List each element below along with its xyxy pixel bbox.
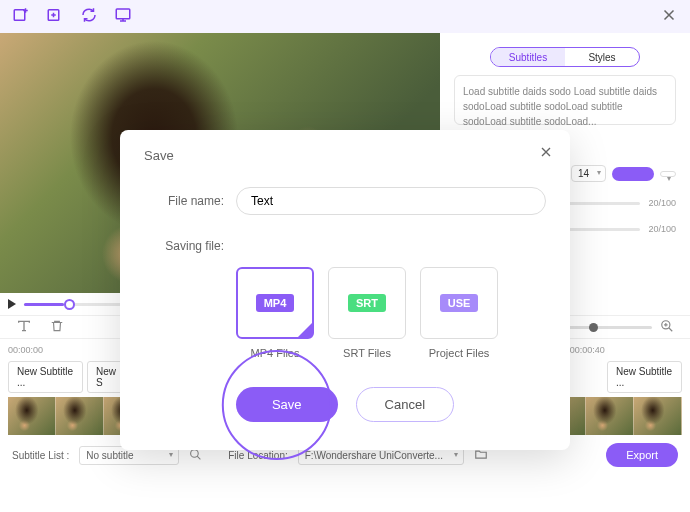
slider-2-label: 20/100 [648, 224, 676, 234]
add-media-icon[interactable] [12, 6, 30, 27]
tab-subtitles[interactable]: Subtitles [491, 48, 565, 66]
font-size-select[interactable]: 14 [571, 165, 606, 182]
subtitle-chip[interactable]: New Subtitle ... [607, 361, 682, 393]
svg-point-5 [191, 449, 199, 457]
cancel-button[interactable]: Cancel [356, 387, 454, 422]
save-button[interactable]: Save [236, 387, 338, 422]
file-name-label: File name: [144, 194, 224, 208]
zoom-slider[interactable] [562, 326, 652, 329]
color-swatch[interactable] [612, 167, 654, 181]
svg-rect-0 [14, 10, 25, 21]
save-dialog: Save File name: Saving file: MP4MP4 File… [120, 130, 570, 450]
dialog-title: Save [144, 148, 546, 163]
subtitle-text: Load subtitle daids sodo Load subtitle d… [454, 75, 676, 125]
subtitle-chip[interactable]: New Subtitle ... [8, 361, 83, 393]
export-button[interactable]: Export [606, 443, 678, 467]
delete-icon[interactable] [50, 319, 64, 336]
close-icon[interactable] [660, 6, 678, 27]
file-type-mp4[interactable]: MP4MP4 Files [236, 267, 314, 359]
style-tabs[interactable]: Subtitles Styles [490, 47, 640, 67]
file-name-input[interactable] [236, 187, 546, 215]
sync-icon[interactable] [80, 6, 98, 27]
saving-file-label: Saving file: [144, 239, 224, 253]
file-type-srt[interactable]: SRTSRT Files [328, 267, 406, 359]
text-tool-icon[interactable] [16, 318, 32, 337]
dialog-close-icon[interactable] [538, 144, 554, 163]
screen-icon[interactable] [114, 6, 132, 27]
color-dropdown[interactable] [660, 171, 676, 177]
add-track-icon[interactable] [46, 6, 64, 27]
subtitle-list-label: Subtitle List : [12, 450, 69, 461]
file-type-use[interactable]: USEProject Files [420, 267, 498, 359]
zoom-in-icon[interactable] [660, 319, 674, 336]
svg-rect-2 [116, 9, 130, 19]
tab-styles[interactable]: Styles [565, 48, 639, 66]
play-button[interactable] [8, 299, 16, 309]
file-location-label: File Location: [228, 450, 287, 461]
slider-1-label: 20/100 [648, 198, 676, 208]
